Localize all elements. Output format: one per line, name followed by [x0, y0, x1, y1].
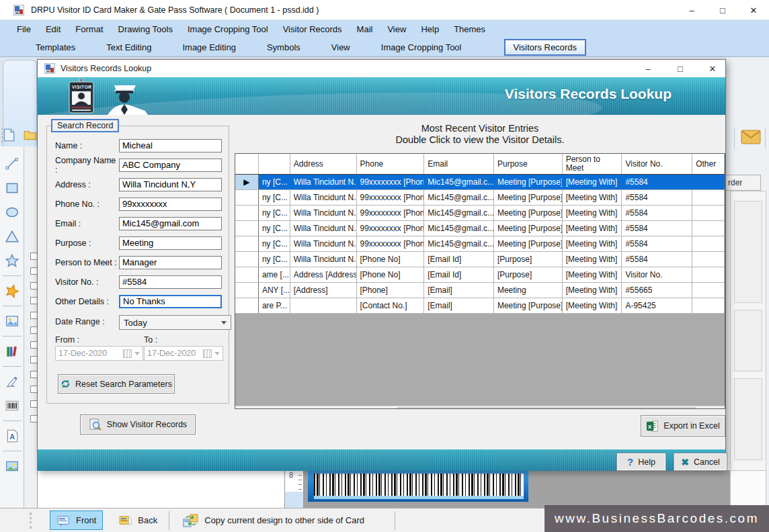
grid-column-person-to-meet[interactable]: Person to Meet [563, 154, 622, 174]
star-tool-icon[interactable] [3, 252, 21, 269]
dialog-maximize-icon[interactable]: □ [672, 64, 689, 74]
grid-column-phone[interactable]: Phone [357, 154, 425, 174]
field-input-purpose[interactable] [119, 236, 222, 250]
ribbon-tab-image-editing[interactable]: Image Editing [167, 40, 251, 55]
grid-column-purpose[interactable]: Purpose [494, 154, 563, 174]
grid-horizontal-scrollbar[interactable]: ‹ › [235, 406, 725, 409]
grid-column-visitor-no[interactable]: Visitor No. [622, 154, 692, 174]
window-maximize-icon[interactable]: □ [707, 0, 738, 20]
grid-cell: are P... [259, 298, 290, 313]
menu-item-image-cropping-tool[interactable]: Image Cropping Tool [180, 24, 276, 34]
field-input-person-to-meet[interactable] [119, 256, 222, 269]
scroll-right-icon[interactable]: › [714, 406, 725, 409]
grid-row[interactable]: ny [C...Willa Tincidunt N...99xxxxxxxx [… [235, 221, 725, 236]
field-input-company-name[interactable] [119, 159, 222, 172]
cancel-button[interactable]: ✖ Cancel [674, 453, 727, 471]
grid-row[interactable]: ANY [...[Address][Phone][Email]Meeting[M… [235, 283, 725, 298]
grid-cell: [Meeting With] [563, 190, 622, 205]
ribbon-tab-image-cropping-tool[interactable]: Image Cropping Tool [366, 40, 477, 55]
grid-column-address[interactable]: Address [290, 154, 357, 174]
copy-design-button[interactable]: Copy current design to other side of Car… [176, 511, 370, 529]
from-date-picker[interactable]: 17-Dec-2020 [55, 346, 143, 361]
rectangle-tool-icon[interactable] [3, 179, 21, 197]
search-record-group: Search Record Name :Company Name :Addres… [46, 126, 229, 404]
grid-row[interactable]: are P...[Contact No.][Email]Meeting [Pur… [235, 298, 725, 314]
reset-search-button[interactable]: Reset Search Parameters [58, 374, 175, 394]
field-input-phone-no[interactable] [119, 197, 222, 211]
toolbar-separator [3, 306, 22, 306]
grid-column-email[interactable]: Email [424, 154, 494, 174]
grid-cell: [Email] [424, 298, 494, 313]
signature-tool-icon[interactable] [3, 373, 21, 390]
scroll-left-icon[interactable]: ‹ [235, 406, 246, 409]
menu-item-mail[interactable]: Mail [350, 24, 380, 34]
ribbon-tab-symbols[interactable]: Symbols [251, 40, 316, 55]
to-date-value: 17-Dec-2020 [147, 349, 196, 358]
menu-item-drawing-tools[interactable]: Drawing Tools [111, 24, 180, 34]
grid-row[interactable]: ny [C...Willa Tincidunt N...99xxxxxxxx [… [235, 190, 725, 206]
grid-row[interactable]: ame [...Address [Address][Phone No][Emai… [235, 267, 725, 283]
grid-cell: [Meeting With] [563, 221, 622, 236]
field-input-email[interactable] [119, 217, 222, 230]
menu-item-format[interactable]: Format [68, 24, 110, 34]
scrollbar-thumb[interactable] [397, 407, 696, 409]
mail-envelope-icon[interactable] [741, 130, 761, 144]
security-guard-icon [105, 80, 153, 115]
field-label: Address : [55, 180, 119, 189]
custom-shape-tool-icon[interactable] [3, 282, 21, 300]
grid-row[interactable]: ▶ny [C...Willa Tincidunt N...99xxxxxxxx … [235, 175, 725, 190]
grid-row[interactable]: ny [C...Willa Tincidunt N...99xxxxxxxx [… [235, 206, 725, 221]
text-art-tool-icon[interactable]: A [3, 427, 21, 445]
window-close-icon[interactable]: ✕ [738, 0, 769, 20]
to-date-picker[interactable]: 17-Dec-2020 [144, 346, 223, 361]
menu-item-visitor-records[interactable]: Visitor Records [276, 24, 350, 34]
ribbon-tab-view[interactable]: View [316, 40, 366, 55]
ruler-number: 8 [289, 471, 293, 479]
date-range-select[interactable]: Today [119, 315, 231, 330]
ribbon-tab-templates[interactable]: Templates [20, 40, 91, 55]
grid-cell: ny [C... [259, 175, 290, 189]
grid-column-blank[interactable] [259, 154, 290, 174]
dialog-minimize-icon[interactable]: – [639, 64, 657, 74]
field-input-other-details[interactable] [119, 295, 222, 308]
ribbon-tab-visitors-records[interactable]: Visitors Records [504, 39, 586, 56]
library-tool-icon[interactable] [3, 343, 21, 360]
dialog-close-icon[interactable]: ✕ [704, 64, 721, 74]
chevron-down-icon [134, 352, 140, 355]
new-document-icon[interactable] [1, 126, 16, 144]
svg-text:A: A [9, 433, 15, 441]
folder-icon[interactable] [23, 126, 38, 144]
picture-tool-icon[interactable] [3, 457, 21, 475]
line-tool-icon[interactable] [3, 155, 21, 173]
grid-row[interactable]: ny [C...Willa Tincidunt N...99xxxxxxxx [… [235, 236, 725, 252]
export-excel-button[interactable]: x Export in Excel [641, 415, 725, 437]
ribbon-tab-text-editing[interactable]: Text Editing [91, 40, 167, 55]
help-button[interactable]: ? Help [616, 453, 666, 471]
grid-cell: #5584 [622, 175, 692, 189]
show-visitor-records-label: Show Visitor Records [107, 420, 187, 429]
field-input-address[interactable] [119, 178, 222, 191]
menu-item-themes[interactable]: Themes [446, 24, 493, 34]
grid-cell: A-95425 [622, 298, 692, 313]
menu-item-help[interactable]: Help [413, 24, 446, 34]
right-tab-border[interactable]: rder [726, 175, 761, 191]
menu-item-edit[interactable]: Edit [38, 24, 68, 34]
field-input-name[interactable] [119, 139, 222, 152]
ellipse-tool-icon[interactable] [3, 204, 21, 221]
chevron-down-icon [221, 321, 227, 324]
barcode-tool-icon[interactable] [3, 397, 21, 414]
window-minimize-icon[interactable]: – [676, 0, 707, 20]
show-visitor-records-button[interactable]: Show Visitor Records [80, 414, 196, 435]
menu-item-file[interactable]: File [9, 24, 38, 34]
triangle-tool-icon[interactable] [3, 228, 21, 245]
image-tool-icon[interactable] [3, 312, 21, 330]
field-input-visitor-no[interactable] [119, 275, 222, 289]
grid-column-other[interactable]: Other [692, 154, 725, 174]
grid-row[interactable]: ny [C...Willa Tincidunt N...[Phone No][E… [235, 252, 725, 267]
menu-item-view[interactable]: View [380, 24, 413, 34]
visitor-badge-text: VISITOR [72, 85, 91, 89]
back-side-button[interactable]: Back [112, 511, 163, 529]
calendar-icon [203, 349, 212, 358]
front-side-button[interactable]: Front [50, 511, 103, 530]
bottombar-drag-handle[interactable] [30, 513, 34, 529]
